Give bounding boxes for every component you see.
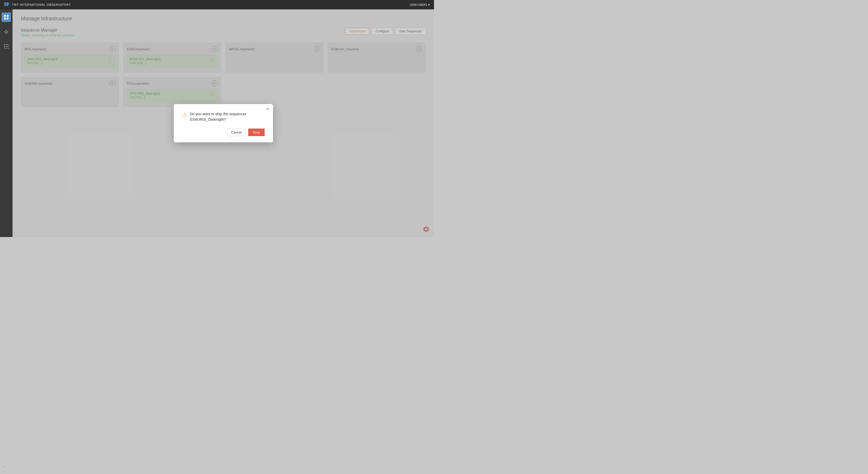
sidebar bbox=[0, 9, 12, 237]
cancel-button[interactable]: Cancel bbox=[227, 129, 245, 136]
svg-rect-4 bbox=[8, 3, 10, 4]
svg-point-12 bbox=[6, 33, 6, 34]
svg-rect-23 bbox=[4, 48, 5, 48]
svg-rect-2 bbox=[4, 4, 6, 6]
svg-line-14 bbox=[6, 31, 8, 32]
dialog-actions: Cancel Stop bbox=[182, 129, 265, 136]
svg-rect-0 bbox=[4, 2, 6, 4]
svg-rect-1 bbox=[6, 2, 8, 4]
stop-sequencer-dialog: ✕ ⚠ Do you want to stop the sequencer ES… bbox=[174, 104, 273, 142]
app-layout: Manage Infrastructure Sequence Manager S… bbox=[0, 9, 434, 237]
sidebar-item-apps[interactable] bbox=[2, 42, 11, 51]
warning-icon: ⚠ bbox=[182, 111, 187, 118]
svg-rect-6 bbox=[7, 15, 9, 17]
svg-rect-25 bbox=[7, 48, 8, 48]
svg-rect-21 bbox=[6, 46, 6, 47]
tmt-logo-icon bbox=[4, 2, 10, 7]
dialog-message-line1: Do you want to stop the sequencer bbox=[190, 112, 246, 116]
sidebar-item-infrastructure[interactable] bbox=[2, 12, 11, 22]
svg-rect-24 bbox=[6, 48, 6, 48]
svg-rect-18 bbox=[6, 44, 6, 45]
dialog-message: Do you want to stop the sequencer ESW.IR… bbox=[190, 111, 246, 122]
logo-text: TMT INTERNATIONAL OBSERVATORY bbox=[12, 3, 71, 6]
sidebar-item-sequencer[interactable] bbox=[2, 27, 11, 36]
svg-point-11 bbox=[7, 31, 8, 32]
svg-line-16 bbox=[6, 32, 8, 33]
modal-overlay: ✕ ⚠ Do you want to stop the sequencer ES… bbox=[12, 9, 434, 237]
app-header: TMT INTERNATIONAL OBSERVATORY OSW-USER1 … bbox=[0, 0, 434, 9]
dialog-body: ⚠ Do you want to stop the sequencer ESW.… bbox=[182, 111, 265, 122]
svg-line-15 bbox=[5, 32, 6, 33]
chevron-down-icon: ▾ bbox=[428, 3, 430, 6]
svg-rect-5 bbox=[4, 15, 6, 17]
svg-rect-19 bbox=[7, 44, 8, 45]
svg-rect-17 bbox=[4, 44, 5, 45]
main-content: Manage Infrastructure Sequence Manager S… bbox=[12, 9, 434, 237]
svg-rect-20 bbox=[4, 46, 5, 47]
dialog-message-line2: ESW.IRIS_Darknight? bbox=[190, 117, 226, 122]
svg-rect-3 bbox=[6, 4, 8, 6]
svg-point-9 bbox=[6, 30, 6, 31]
logo: TMT INTERNATIONAL OBSERVATORY bbox=[4, 2, 71, 7]
user-menu[interactable]: OSW-USER1 ▾ bbox=[410, 3, 430, 6]
user-name: OSW-USER1 bbox=[410, 3, 427, 6]
svg-point-10 bbox=[4, 31, 5, 32]
dialog-close-button[interactable]: ✕ bbox=[266, 107, 269, 111]
svg-rect-22 bbox=[7, 46, 8, 47]
svg-line-13 bbox=[5, 31, 6, 32]
infrastructure-icon bbox=[4, 14, 9, 20]
svg-rect-8 bbox=[7, 18, 9, 20]
svg-rect-7 bbox=[4, 18, 6, 20]
stop-button[interactable]: Stop bbox=[248, 129, 265, 136]
apps-icon bbox=[4, 44, 9, 49]
sequencer-icon bbox=[4, 29, 9, 34]
